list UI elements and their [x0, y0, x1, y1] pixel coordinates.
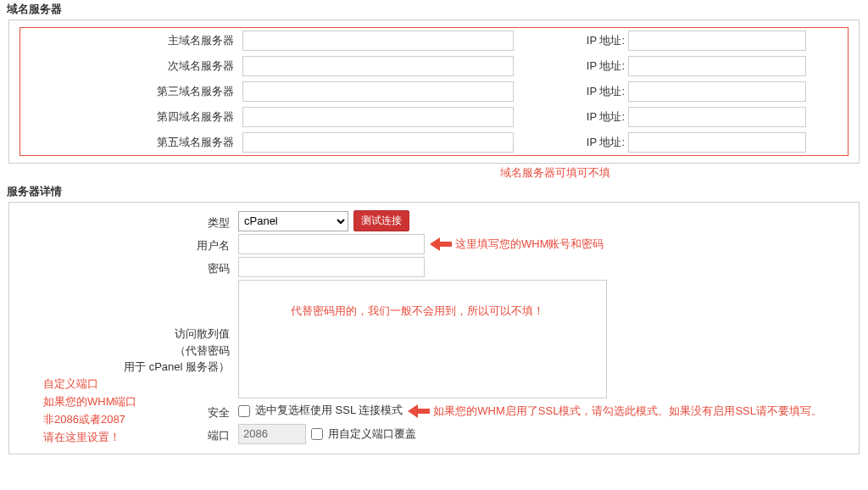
primary-ns-ip-input[interactable] [628, 31, 806, 51]
third-ns-label: 第三域名服务器 [20, 79, 241, 104]
nameserver-section: 主域名服务器 IP 地址: 次域名服务器 IP 地址: 第三域名服务器 IP 地… [8, 19, 860, 164]
ssl-checkbox-text: 选中复选框使用 SSL 连接模式 [255, 403, 403, 418]
table-row: 第四域名服务器 IP 地址: [20, 104, 848, 130]
username-label: 用户名 [19, 234, 238, 254]
fifth-ns-input[interactable] [242, 132, 514, 153]
fourth-ns-input[interactable] [242, 107, 514, 127]
fourth-ns-label: 第四域名服务器 [20, 104, 241, 130]
type-select[interactable]: cPanel [238, 211, 348, 231]
server-details-heading: 服务器详情 [0, 182, 868, 202]
fourth-ns-ip-label: IP 地址: [576, 104, 626, 130]
test-connection-button[interactable]: 测试连接 [353, 210, 409, 231]
third-ns-ip-label: IP 地址: [576, 79, 626, 104]
nameserver-heading: 域名服务器 [0, 0, 868, 19]
table-row: 主域名服务器 IP 地址: [20, 28, 848, 53]
table-row: 第三域名服务器 IP 地址: [20, 79, 848, 104]
password-input[interactable] [238, 257, 425, 277]
secondary-ns-ip-input[interactable] [628, 56, 806, 76]
fifth-ns-label: 第五域名服务器 [20, 130, 241, 155]
nameserver-table: 主域名服务器 IP 地址: 次域名服务器 IP 地址: 第三域名服务器 IP 地… [19, 27, 849, 156]
primary-ns-ip-label: IP 地址: [576, 28, 626, 53]
custom-port-text: 用自定义端口覆盖 [328, 426, 416, 442]
username-input[interactable] [238, 234, 425, 254]
password-label: 密码 [19, 257, 238, 277]
secondary-ns-input[interactable] [242, 56, 514, 76]
primary-ns-input[interactable] [242, 31, 514, 51]
secondary-ns-ip-label: IP 地址: [576, 53, 626, 79]
server-details-section: 类型 cPanel 测试连接 用户名 这里填写您的WHM账号和密码 密码 访问散… [8, 202, 860, 454]
port-annotation: 自定义端口 如果您的WHM端口 非2086或者2087 请在这里设置！ [43, 376, 196, 446]
arrow-left-icon [430, 237, 452, 251]
access-hash-label: 访问散列值 （代替密码 用于 cPanel 服务器） [19, 280, 238, 376]
table-row: 次域名服务器 IP 地址: [20, 53, 848, 79]
ssl-annotation: 如果您的WHM启用了SSL模式，请勾选此模式。如果没有启用SSL请不要填写。 [408, 403, 822, 420]
primary-ns-label: 主域名服务器 [20, 28, 241, 53]
third-ns-ip-input[interactable] [628, 81, 806, 102]
port-input[interactable] [238, 424, 306, 444]
type-label: 类型 [19, 211, 238, 231]
nameserver-optional-note: 域名服务器可填可不填 [0, 165, 868, 181]
table-row: 第五域名服务器 IP 地址: [20, 130, 848, 155]
custom-port-checkbox[interactable] [311, 428, 323, 440]
arrow-left-icon [408, 404, 430, 418]
access-hash-textarea[interactable] [238, 280, 607, 398]
ssl-checkbox[interactable] [238, 405, 250, 417]
fourth-ns-ip-input[interactable] [628, 107, 806, 127]
fifth-ns-ip-label: IP 地址: [576, 130, 626, 155]
secondary-ns-label: 次域名服务器 [20, 53, 241, 79]
third-ns-input[interactable] [242, 81, 514, 102]
username-annotation: 这里填写您的WHM账号和密码 [430, 237, 604, 252]
fifth-ns-ip-input[interactable] [628, 132, 806, 153]
